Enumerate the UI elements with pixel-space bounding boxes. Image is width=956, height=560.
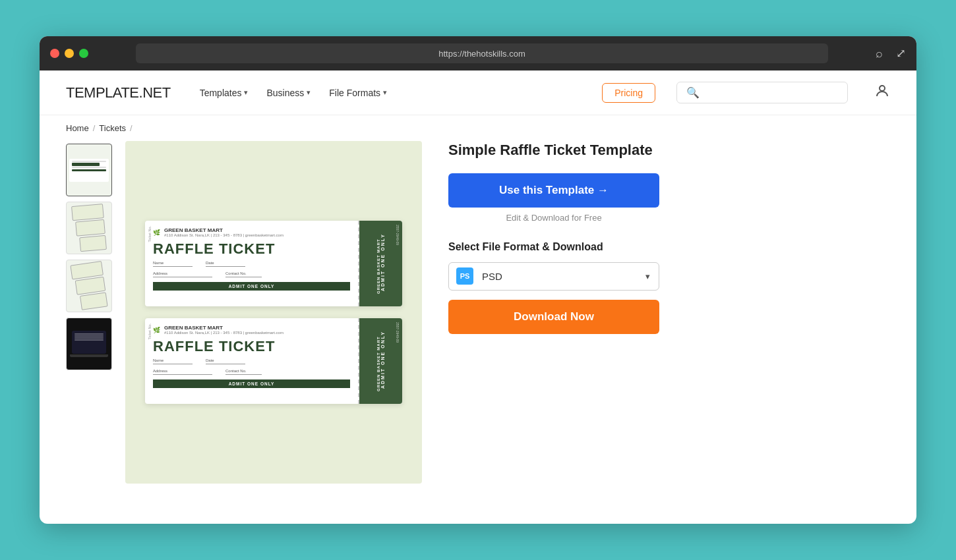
ticket-header: 🌿 GREEN BASKET MART #110 Addison St. Nar… [153, 227, 350, 237]
address-bar[interactable]: https://thehotskills.com [136, 43, 828, 63]
ticket-field-contact-2: Contact No. [225, 369, 262, 375]
format-select-wrapper: PS PSD PDF AI EPS DOCX ▾ [448, 262, 659, 291]
ticket-side-label-1: Ticket No. [148, 226, 152, 242]
ticket-main-1: 🌿 GREEN BASKET MART #110 Addison St. Nar… [145, 221, 359, 306]
nav-templates-label: Templates [200, 88, 242, 98]
site-logo[interactable]: TEMPLATE.NET [66, 84, 171, 101]
ticket-field-address-2: Address [153, 369, 212, 375]
ticket-logo-icon: 🌿 [153, 229, 160, 236]
ticket-field-name-2: Name [153, 358, 193, 364]
main-area: Ticket No. 🌿 GREEN BASKET MART #110 Addi… [40, 141, 916, 510]
ticket-address: #110 Addison St. Nara,LK | 213 - 345 - 8… [164, 233, 284, 237]
format-select[interactable]: PSD PDF AI EPS DOCX [448, 262, 659, 291]
ticket-stub-text-2: GREEN BASKET MART ADMIT ONE ONLY [376, 331, 385, 391]
thumb-bundle-1 [71, 204, 107, 252]
main-preview: Ticket No. 🌿 GREEN BASKET MART #110 Addi… [125, 141, 422, 484]
nav-business-label: Business [266, 88, 304, 98]
logo-bold: TEMPLATE [66, 84, 139, 101]
browser-icons: ⌕ ⤢ [876, 46, 906, 61]
ticket-store-name-2: GREEN BASKET MART [164, 325, 284, 331]
ticket-stub-text: GREEN BASKET MART ADMIT ONE ONLY [376, 233, 385, 294]
search-icon: 🔍 [686, 86, 700, 99]
nav-links: Templates ▾ Business ▾ File Formats ▾ [192, 82, 582, 103]
ticket-title-2: RAFFLE TICKET [153, 339, 350, 354]
ticket-fields: Name Date [153, 261, 350, 267]
ticket-number: 2557-2949-09 [396, 225, 400, 245]
ticket-fields-4: Address Contact No. [153, 369, 350, 375]
logo-light: .NET [139, 84, 171, 101]
browser-window: https://thehotskills.com ⌕ ⤢ TEMPLATE.NE… [40, 36, 916, 524]
breadcrumb-tickets[interactable]: Tickets [99, 123, 126, 133]
ticket-fields-3: Name Date [153, 358, 350, 364]
thumb-ticket-preview [69, 159, 109, 182]
ticket-header-2: 🌿 GREEN BASKET MART #110 Addison St. Nar… [153, 325, 350, 335]
admit-bar: ADMIT ONE ONLY [153, 282, 350, 291]
admit-bar-2: ADMIT ONE ONLY [153, 379, 350, 388]
ticket-stub-1: GREEN BASKET MART ADMIT ONE ONLY 2557-29… [359, 221, 402, 306]
ticket-stub-2: GREEN BASKET MART ADMIT ONE ONLY 2557-29… [359, 318, 402, 404]
ticket-title: RAFFLE TICKET [153, 242, 350, 256]
ticket-field-contact: Contact No. [225, 271, 262, 277]
breadcrumb-sep-2: / [130, 123, 133, 133]
maximize-dot[interactable] [79, 49, 88, 58]
ticket-field-address: Address [153, 271, 212, 277]
ticket-address-2: #110 Addison St. Nara,LK | 213 - 345 - 8… [164, 331, 284, 335]
ticket-number-2: 2557-2949-09 [396, 322, 400, 343]
pricing-button[interactable]: Pricing [602, 83, 655, 103]
use-template-button[interactable]: Use this Template → [448, 173, 659, 208]
account-svg [874, 83, 890, 99]
psd-format-icon: PS [456, 267, 473, 285]
thumbnail-3[interactable] [66, 260, 112, 312]
ticket-field-name: Name [153, 261, 193, 267]
search-browser-icon[interactable]: ⌕ [876, 46, 883, 61]
nav-file-formats[interactable]: File Formats ▾ [321, 82, 395, 103]
nav-templates[interactable]: Templates ▾ [192, 82, 256, 103]
ticket-main-2: 🌿 GREEN BASKET MART #110 Addison St. Nar… [145, 318, 359, 404]
traffic-lights [50, 49, 88, 58]
breadcrumb: Home / Tickets / [40, 115, 916, 141]
minimize-dot[interactable] [65, 49, 74, 58]
download-button[interactable]: Download Now [448, 300, 659, 334]
ticket-field-date: Date [206, 261, 245, 267]
thumb-laptop-base [70, 354, 108, 357]
close-dot[interactable] [50, 49, 59, 58]
product-title: Simple Raffle Ticket Template [448, 141, 890, 160]
ticket-container: Ticket No. 🌿 GREEN BASKET MART #110 Addi… [138, 221, 409, 404]
url-text: https://thehotskills.com [438, 49, 525, 59]
ticket-side-label-2: Ticket No. [148, 323, 152, 340]
search-input[interactable] [705, 88, 838, 98]
user-account-icon[interactable] [869, 83, 890, 103]
chevron-down-icon: ▾ [383, 88, 387, 97]
raffle-ticket-2: Ticket No. 🌿 GREEN BASKET MART #110 Addi… [145, 318, 402, 404]
thumb-bundle-2 [70, 261, 107, 311]
info-panel: Simple Raffle Ticket Template Use this T… [422, 141, 890, 334]
breadcrumb-sep-1: / [93, 123, 96, 133]
search-bar: 🔍 [676, 82, 848, 103]
thumbnail-4[interactable] [66, 318, 112, 370]
ticket-store-name: GREEN BASKET MART [164, 227, 284, 233]
navbar: TEMPLATE.NET Templates ▾ Business ▾ File… [40, 70, 916, 115]
chevron-down-icon: ▾ [307, 88, 311, 97]
svg-point-0 [880, 86, 885, 91]
chevron-down-icon: ▾ [244, 88, 248, 97]
thumb-laptop [72, 331, 106, 354]
raffle-ticket-1: Ticket No. 🌿 GREEN BASKET MART #110 Addi… [145, 221, 402, 306]
ticket-fields-2: Address Contact No. [153, 271, 350, 277]
edit-free-text: Edit & Download for Free [448, 213, 659, 223]
thumbnail-2[interactable] [66, 202, 112, 254]
ticket-field-date-2: Date [206, 358, 245, 364]
expand-icon[interactable]: ⤢ [896, 46, 906, 61]
site-content: TEMPLATE.NET Templates ▾ Business ▾ File… [40, 70, 916, 510]
browser-titlebar: https://thehotskills.com ⌕ ⤢ [40, 36, 916, 70]
nav-business[interactable]: Business ▾ [258, 82, 318, 103]
select-format-title: Select File Format & Download [448, 241, 890, 253]
ticket-logo-icon-2: 🌿 [153, 327, 160, 333]
breadcrumb-home[interactable]: Home [66, 123, 89, 133]
nav-file-formats-label: File Formats [329, 88, 380, 98]
thumbnail-1[interactable] [66, 144, 112, 196]
thumbnails-column [66, 141, 119, 370]
